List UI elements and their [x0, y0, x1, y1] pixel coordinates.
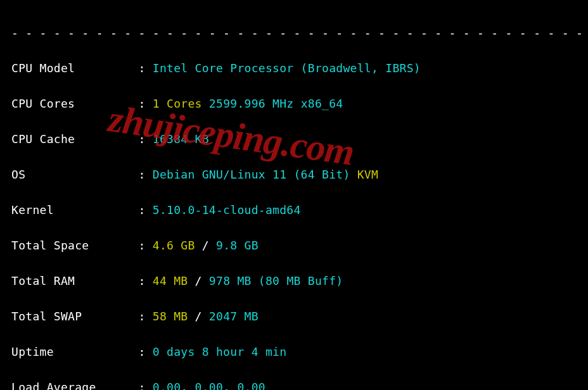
field-label: Kernel: [11, 203, 138, 217]
os-value: Debian GNU/Linux 11 (64 Bit): [153, 168, 357, 181]
field-label: Uptime: [11, 345, 138, 358]
row-uptime: Uptime : 0 days 8 hour 4 min: [11, 343, 577, 361]
field-label: CPU Cache: [11, 132, 138, 146]
uptime-value: 0 days 8 hour 4 min: [153, 345, 287, 358]
row-cpu-model: CPU Model : Intel Core Processor (Broadw…: [11, 60, 577, 77]
field-label: Total SWAP: [11, 310, 138, 323]
field-label: Total RAM: [11, 274, 138, 287]
ram-total: 978 MB: [209, 274, 259, 287]
space-used: 4.6 GB: [153, 239, 202, 252]
cpu-cache-value: 16384 KB: [153, 132, 209, 146]
swap-used: 58 MB: [153, 310, 195, 323]
field-label: CPU Model: [11, 61, 138, 75]
row-cpu-cache: CPU Cache : 16384 KB: [11, 130, 577, 148]
kernel-value: 5.10.0-14-cloud-amd64: [153, 203, 301, 217]
divider: - - - - - - - - - - - - - - - - - - - - …: [11, 24, 577, 42]
row-kernel: Kernel : 5.10.0-14-cloud-amd64: [11, 201, 577, 219]
sep: /: [195, 310, 209, 323]
row-total-ram: Total RAM : 44 MB / 978 MB (80 MB Buff): [11, 272, 577, 290]
cpu-model-value: Intel Core Processor (Broadwell, IBRS): [153, 61, 421, 75]
field-label: CPU Cores: [11, 97, 138, 110]
field-label: OS: [11, 168, 138, 181]
cpu-cores-arch: x86_64: [301, 97, 343, 110]
row-os: OS : Debian GNU/Linux 11 (64 Bit) KVM: [11, 166, 577, 184]
swap-total: 2047 MB: [209, 310, 259, 323]
row-cpu-cores: CPU Cores : 1 Cores 2599.996 MHz x86_64: [11, 95, 577, 113]
terminal-output: - - - - - - - - - - - - - - - - - - - - …: [0, 0, 588, 390]
field-label: Load Average: [11, 381, 138, 390]
ram-used: 44 MB: [153, 274, 195, 287]
row-load: Load Average : 0.00, 0.00, 0.00: [11, 379, 577, 390]
space-total: 9.8 GB: [216, 239, 259, 252]
row-total-space: Total Space : 4.6 GB / 9.8 GB: [11, 237, 577, 255]
ram-buff: (80 MB Buff): [259, 274, 343, 287]
load-value: 0.00, 0.00, 0.00: [153, 381, 265, 390]
os-virt: KVM: [357, 168, 378, 181]
row-total-swap: Total SWAP : 58 MB / 2047 MB: [11, 308, 577, 325]
cpu-cores-count: 1 Cores: [153, 97, 209, 110]
sep: /: [202, 239, 216, 252]
field-label: Total Space: [11, 239, 138, 252]
cpu-cores-freq: 2599.996 MHz: [209, 97, 301, 110]
sep: /: [195, 274, 209, 287]
